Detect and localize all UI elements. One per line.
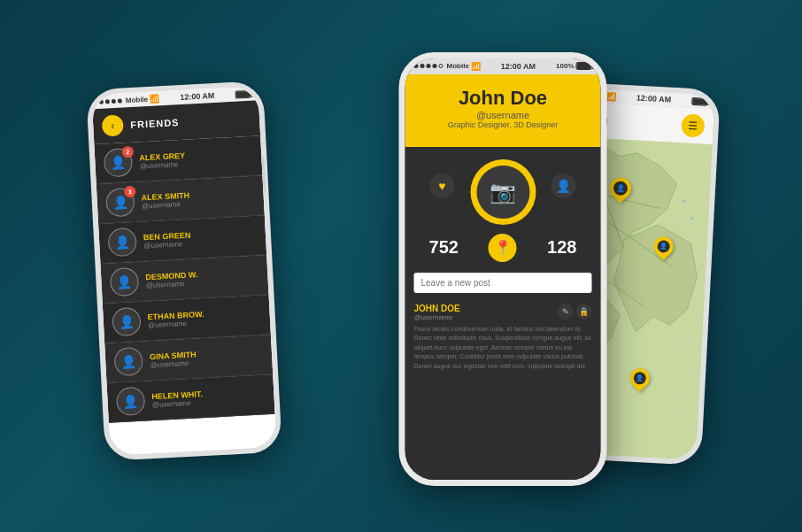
post-author-username: @username (414, 313, 460, 321)
person-icon[interactable]: 👤 (551, 173, 576, 198)
post-edit-icon[interactable]: ✎ (558, 304, 574, 320)
friends-list: 👤2ALEX GREY@username👤3ALEX SMITH@usernam… (94, 135, 274, 422)
post-lock-icon[interactable]: 🔒 (576, 304, 592, 320)
profile-header: John Doe @username Graphic Designer, 3D … (405, 74, 601, 147)
camera-icon: 📷 (476, 166, 529, 219)
carrier-left: Mobile (126, 95, 149, 104)
back-button[interactable]: ‹ (102, 114, 124, 136)
avatar-1: 👤3 (105, 187, 135, 217)
avatar-2: 👤 (107, 227, 137, 257)
avatar-4: 👤 (112, 306, 142, 336)
time-left: 12:00 AM (180, 90, 215, 101)
phones-container: Mobile 📶 12:00 AM ‹ FRIENDS 👤2ALEX GREY@… (47, 19, 755, 514)
wifi-icon-left: 📶 (150, 94, 160, 104)
post-author-name: JOHN DOE (414, 304, 460, 313)
friends-title: FRIENDS (130, 117, 180, 130)
profile-photo[interactable]: 📷 (470, 159, 536, 225)
phone-center: Mobile 📶 12:00 AM 100% John Doe @usernam… (399, 52, 607, 486)
post-input[interactable] (414, 273, 592, 293)
carrier-center: Mobile (447, 62, 469, 70)
post-text: Fusce iaculis condimentum nulla, id faci… (414, 325, 592, 372)
avatar-6: 👤 (116, 386, 146, 416)
map-pin-1[interactable]: 👤 (610, 176, 632, 198)
profile-role: Graphic Designer, 3D Designer (414, 120, 592, 129)
avatar-3: 👤 (110, 266, 140, 297)
avatar-5: 👤 (113, 346, 143, 376)
profile-name: John Doe (414, 87, 592, 110)
time-right: 12:00 AM (636, 93, 672, 104)
status-bar-center: Mobile 📶 12:00 AM 100% (405, 58, 601, 74)
avatar-0: 👤2 (104, 147, 134, 177)
profile-username: @username (414, 110, 592, 120)
map-pin-2[interactable]: 👤 (653, 235, 674, 256)
badge-0: 2 (122, 145, 135, 158)
following-count: 128 (547, 237, 576, 258)
time-center: 12:00 AM (501, 62, 536, 71)
menu-button[interactable]: ☰ (681, 113, 705, 137)
friend-item-6[interactable]: 👤HELEN WHIT.@username (107, 374, 275, 422)
heart-icon[interactable]: ♥ (430, 173, 455, 198)
phone-left: Mobile 📶 12:00 AM ‹ FRIENDS 👤2ALEX GREY@… (86, 81, 282, 461)
battery-pct-center: 100% (556, 62, 574, 70)
badge-1: 3 (124, 185, 136, 197)
svg-point-4 (682, 199, 686, 203)
followers-count: 752 (429, 237, 459, 258)
location-icon-center[interactable]: 📍 (489, 234, 517, 262)
svg-point-5 (690, 216, 694, 220)
map-pin-4[interactable]: 👤 (629, 367, 650, 388)
